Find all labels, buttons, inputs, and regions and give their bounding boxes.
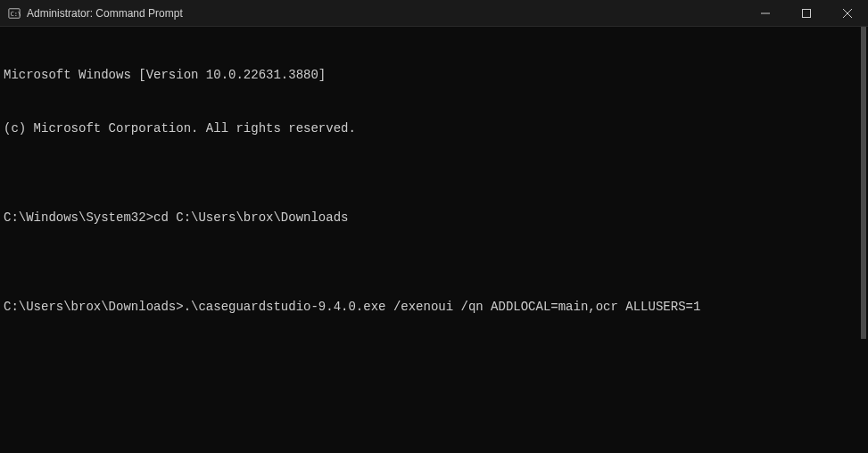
output-line: (c) Microsoft Corporation. All rights re… [4,119,864,137]
titlebar: C:\ Administrator: Command Prompt [0,0,868,27]
command-text: cd C:\Users\brox\Downloads [153,210,348,225]
output-line: Microsoft Windows [Version 10.0.22631.38… [4,66,864,84]
command-line: C:\Windows\System32>cd C:\Users\brox\Dow… [4,209,864,226]
command-text: .\caseguardstudio-9.4.0.exe /exenoui /qn… [184,300,701,314]
terminal-output[interactable]: Microsoft Windows [Version 10.0.22631.38… [0,27,868,453]
cmd-icon: C:\ [7,6,21,21]
prompt: C:\Windows\System32> [4,210,153,225]
window-title: Administrator: Command Prompt [27,7,745,20]
window-controls [745,0,868,26]
maximize-button[interactable] [786,0,827,27]
scrollbar[interactable] [861,27,866,339]
minimize-button[interactable] [745,0,786,27]
svg-rect-3 [803,10,811,18]
prompt: C:\Users\brox\Downloads> [4,300,184,314]
close-button[interactable] [827,0,868,27]
command-line: C:\Users\brox\Downloads>.\caseguardstudi… [4,298,864,316]
svg-text:C:\: C:\ [11,10,21,17]
